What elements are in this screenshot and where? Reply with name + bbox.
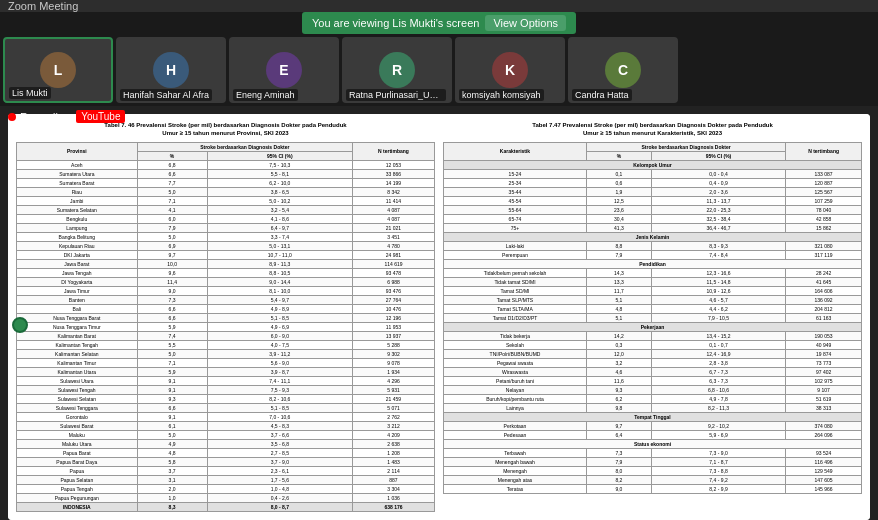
- col-header-karakteristik: Karakteristik: [444, 142, 587, 160]
- shared-screen: Tabel 7. 46 Prevalensi Stroke (per mil) …: [8, 114, 870, 520]
- prevalensi-table-2: Karakteristik Stroke berdasarkan Diagnos…: [443, 142, 862, 494]
- notification-bar: You are viewing Lis Mukti's screen View …: [0, 12, 878, 34]
- window-title: Zoom Meeting: [8, 0, 78, 12]
- participant-name: Eneng Aminah: [233, 89, 298, 101]
- table-2-title: Tabel 7.47 Prevalensi Stroke (per mil) b…: [443, 122, 862, 138]
- participant-strip: L Lis Mukti H Hanifah Sahar Al Afra E En…: [0, 34, 878, 106]
- col-header-ci: 95% CI (%): [207, 151, 352, 160]
- screen-share-text: You are viewing Lis Mukti's screen: [312, 17, 479, 29]
- main-content-area: Recording YouTube ▼ Tabel 7. 46 Prevalen…: [0, 106, 878, 520]
- col-header-n: N tertimbang: [352, 142, 434, 160]
- recording-label: Recording: [20, 111, 70, 123]
- col-header-pct2: %: [587, 151, 652, 160]
- participant-tile[interactable]: L Lis Mukti: [3, 37, 113, 103]
- view-options-button[interactable]: View Options: [485, 15, 566, 31]
- col-header-provinsi: Provinsi: [17, 142, 138, 160]
- col-header-stroke2: Stroke berdasarkan Diagnosis Dokter: [587, 142, 786, 151]
- participant-name: Lis Mukti: [9, 87, 51, 99]
- participant-name: Candra Hatta: [572, 89, 632, 101]
- screen-content: Tabel 7. 46 Prevalensi Stroke (per mil) …: [8, 114, 870, 520]
- participant-name: Ratna Purlinasari_Univ...: [346, 89, 446, 101]
- table-2-container: Tabel 7.47 Prevalensi Stroke (per mil) b…: [443, 122, 862, 512]
- participant-tile[interactable]: R Ratna Purlinasari_Univ...: [342, 37, 452, 103]
- participant-tile[interactable]: K komsiyah komsiyah: [455, 37, 565, 103]
- dropdown-arrow[interactable]: ▼: [131, 111, 141, 122]
- screen-share-notice: You are viewing Lis Mukti's screen View …: [302, 12, 576, 34]
- participant-tile[interactable]: E Eneng Aminah: [229, 37, 339, 103]
- participant-tile[interactable]: H Hanifah Sahar Al Afra: [116, 37, 226, 103]
- table-1-title: Tabel 7. 46 Prevalensi Stroke (per mil) …: [16, 122, 435, 138]
- participant-tile[interactable]: C Candra Hatta: [568, 37, 678, 103]
- zoom-meeting-window: Zoom Meeting You are viewing Lis Mukti's…: [0, 0, 878, 520]
- annotation-dot[interactable]: [12, 317, 28, 333]
- participant-name: Hanifah Sahar Al Afra: [120, 89, 212, 101]
- recording-indicator: Recording: [8, 111, 70, 123]
- col-header-pct: %: [137, 151, 207, 160]
- col-header-stroke: Stroke berdasarkan Diagnosis Dokter: [137, 142, 352, 151]
- recording-dot: [8, 113, 16, 121]
- title-bar: Zoom Meeting: [0, 0, 878, 12]
- table-1-container: Tabel 7. 46 Prevalensi Stroke (per mil) …: [16, 122, 435, 512]
- col-header-n2: N tertimbang: [786, 142, 862, 160]
- participant-name: komsiyah komsiyah: [459, 89, 544, 101]
- col-header-ci2: 95% CI (%): [651, 151, 785, 160]
- recording-bar: Recording YouTube ▼: [8, 110, 141, 123]
- youtube-badge: YouTube: [76, 110, 125, 123]
- video-area: L Lis Mukti H Hanifah Sahar Al Afra E En…: [0, 34, 878, 520]
- prevalensi-table-1: Provinsi Stroke berdasarkan Diagnosis Do…: [16, 142, 435, 512]
